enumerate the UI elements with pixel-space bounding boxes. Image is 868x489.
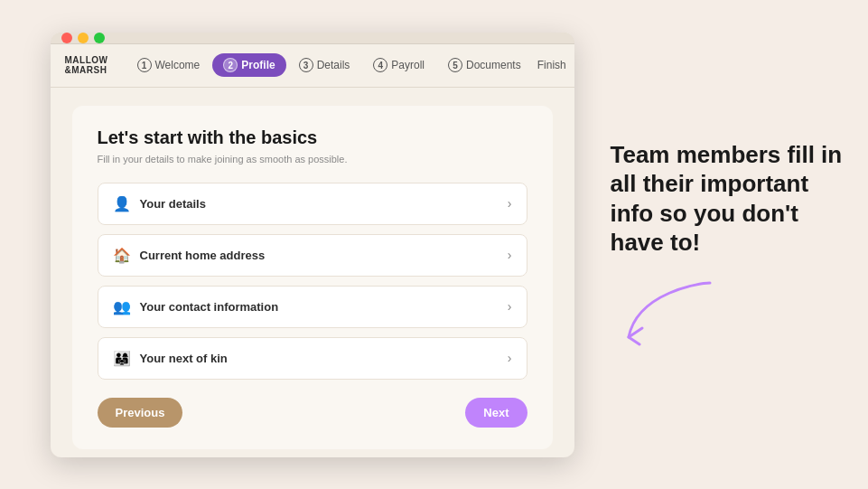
tab-welcome-label: Welcome <box>155 59 201 71</box>
sidebar-heading: Team members fill in all their important… <box>611 140 845 258</box>
menu-items: 👤 Your details › 🏠 Current home address <box>98 183 527 380</box>
tab-payroll[interactable]: 4 Payroll <box>362 53 435 77</box>
card-title: Let's start with the basics <box>98 127 527 148</box>
page-wrapper: MALLOW &MARSH 1 Welcome 2 Profile <box>0 0 868 489</box>
card: Let's start with the basics Fill in your… <box>72 106 553 449</box>
nav-finish[interactable]: Finish <box>537 59 566 71</box>
tab-payroll-num: 4 <box>373 58 387 72</box>
browser-titlebar <box>51 33 574 44</box>
browser-content: MALLOW &MARSH 1 Welcome 2 Profile <box>51 44 574 457</box>
chevron-icon-3: › <box>508 299 512 314</box>
tab-profile-label: Profile <box>241 59 275 71</box>
tab-documents-label: Documents <box>466 59 521 71</box>
menu-item-left-3: 👥 Your contact information <box>113 298 279 315</box>
tab-details-label: Details <box>317 59 350 71</box>
tab-details[interactable]: 3 Details <box>288 53 361 77</box>
tab-welcome-num: 1 <box>137 58 152 72</box>
previous-button[interactable]: Previous <box>98 398 183 428</box>
right-text-panel: Team members fill in all their important… <box>611 140 845 350</box>
chevron-icon-2: › <box>508 248 512 262</box>
menu-item-left-4: 👨‍👩‍👧 Your next of kin <box>113 350 228 367</box>
tab-welcome[interactable]: 1 Welcome <box>126 53 211 77</box>
close-button[interactable] <box>61 33 72 43</box>
menu-label-your-details: Your details <box>140 197 206 211</box>
chevron-icon-4: › <box>508 351 512 365</box>
home-icon: 🏠 <box>113 247 131 264</box>
tab-documents-num: 5 <box>448 58 462 72</box>
main-content: Let's start with the basics Fill in your… <box>51 88 574 457</box>
menu-item-home-address[interactable]: 🏠 Current home address › <box>98 234 527 277</box>
app-header: MALLOW &MARSH 1 Welcome 2 Profile <box>51 44 574 88</box>
maximize-button[interactable] <box>94 33 105 43</box>
logo-line1: MALLOW <box>65 55 108 65</box>
arrow-decoration <box>620 274 728 350</box>
menu-item-left: 👤 Your details <box>113 195 206 212</box>
tab-profile[interactable]: 2 Profile <box>212 53 285 77</box>
next-button[interactable]: Next <box>465 398 527 428</box>
tab-payroll-label: Payroll <box>391 59 425 71</box>
logo: MALLOW &MARSH <box>65 55 108 75</box>
card-subtitle: Fill in your details to make joining as … <box>98 154 527 165</box>
menu-label-home-address: Current home address <box>140 249 266 262</box>
menu-item-next-of-kin[interactable]: 👨‍👩‍👧 Your next of kin › <box>98 337 527 380</box>
tab-details-num: 3 <box>299 58 313 72</box>
menu-label-next-of-kin: Your next of kin <box>140 352 228 365</box>
menu-item-contact-info[interactable]: 👥 Your contact information › <box>98 286 527 328</box>
contact-icon: 👥 <box>113 298 131 315</box>
chevron-icon-1: › <box>508 196 512 211</box>
tab-documents[interactable]: 5 Documents <box>437 53 532 77</box>
menu-item-left-2: 🏠 Current home address <box>113 247 266 264</box>
card-footer: Previous Next <box>98 398 527 428</box>
family-icon: 👨‍👩‍👧 <box>113 350 131 367</box>
nav-tabs: 1 Welcome 2 Profile 3 Details <box>126 53 566 77</box>
minimize-button[interactable] <box>78 33 89 43</box>
tab-profile-num: 2 <box>223 58 238 72</box>
person-icon: 👤 <box>113 195 131 212</box>
menu-label-contact-info: Your contact information <box>140 300 279 314</box>
logo-line2: &MARSH <box>65 65 108 75</box>
browser-window: MALLOW &MARSH 1 Welcome 2 Profile <box>51 33 574 457</box>
menu-item-your-details[interactable]: 👤 Your details › <box>98 183 527 225</box>
